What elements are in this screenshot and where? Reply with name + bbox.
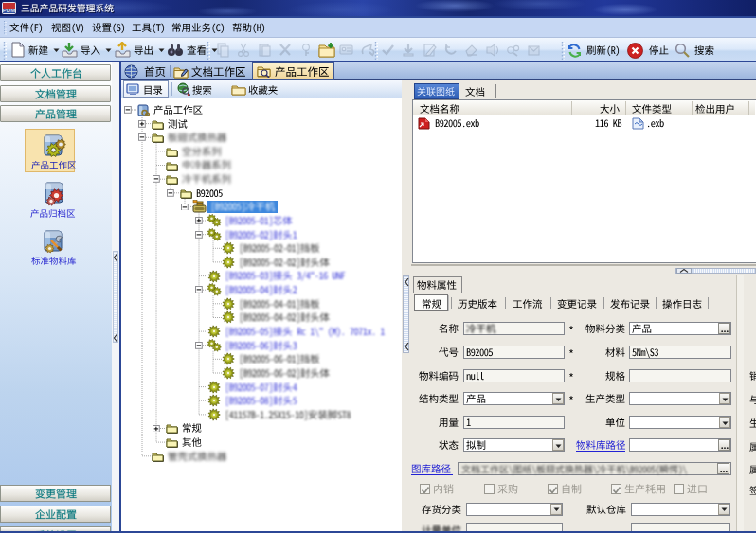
svg-text:PDM: PDM [3, 8, 15, 13]
